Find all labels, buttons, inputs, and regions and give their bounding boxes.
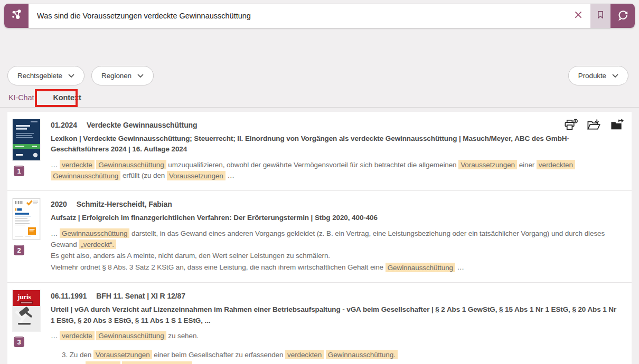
snippet-text: … [51,161,60,169]
result-left-column: juris 3 [13,290,40,364]
tab-bar: KI-Chat Kontext [8,93,81,105]
result-content: 06.11.1991BFH 11. Senat | XI R 12/87 Urt… [51,290,622,364]
results-list: 1 01.2024Verdeckte Gewinnausschüttung Le… [7,112,632,364]
chevron-down-icon [137,72,144,80]
result-number-badge: 3 [14,337,24,347]
filter-group-left: Rechtsgebiete Regionen [7,66,154,85]
snippet-text: 4. Eine [62,362,86,364]
highlighted-term: Gewinnausschüttung [51,171,120,180]
result-content: 01.2024Verdeckte Gewinnausschüttung Lexi… [51,119,622,181]
result-title[interactable]: BFH 11. Senat | XI R 12/87 [96,292,185,300]
snippet-text: einer beim Gesellschafter zu erfassenden [152,351,285,359]
chat-refresh-button[interactable] [610,4,635,28]
snippet-text: … [192,362,201,364]
result-number-badge: 2 [14,245,24,255]
snippet-text: umzuqualifizieren, obwohl der gewährte V… [166,161,459,169]
svg-text:juris: juris [17,293,31,301]
filter-label: Rechtsgebiete [17,72,62,80]
clear-search-button[interactable] [566,4,590,28]
result-date: 01.2024 [51,121,77,129]
filter-rechtsgebiete[interactable]: Rechtsgebiete [7,66,84,85]
tabs-divider [0,107,639,108]
result-thumbnail[interactable] [13,119,40,160]
result-subtitle: Lexikon | Verdeckte Gewinnausschüttung; … [51,133,622,155]
highlighted-term: Gewinnausschüttung [386,263,455,272]
snippet-line: … Gewinnausschüttung darstellt, in das G… [51,228,622,251]
filter-label: Produkte [578,72,606,80]
result-actions [563,119,624,131]
result-header: 06.11.1991BFH 11. Senat | XI R 12/87 [51,292,622,300]
snippet-line: 3. Zu den Voraussetzungen einer beim Ges… [51,350,622,361]
highlighted-term: Gewinnausschüttung [122,361,192,364]
result-item[interactable]: juris 3 06.11.1991BFH 11. Senat | XI R 1… [7,282,632,364]
result-date: 2020 [51,200,67,208]
result-snippet: … verdeckte Gewinnausschüttung umzuquali… [51,160,622,182]
result-thumbnail[interactable] [13,198,40,240]
close-icon [572,9,584,23]
snippet-text: Es geht also, anders als A meinte, nicht… [51,252,330,260]
search-bar [4,4,635,28]
highlighted-term: Voraussetzungen [458,160,517,169]
result-snippet: … verdeckte Gewinnausschüttung zu sehen.… [51,331,622,364]
result-left-column: 1 [13,119,40,181]
highlighted-term: Voraussetzungen [93,350,152,359]
tab-kontext[interactable]: Kontext [53,93,81,105]
highlighted-term: verdeckten [537,160,575,169]
snippet-text: einer [517,161,537,169]
highlighted-term: Gewinnausschüttung [96,160,166,169]
highlighted-term: verdeckte [60,331,95,340]
tab-ki-chat[interactable]: KI-Chat [8,93,34,105]
highlighted-term: verdeckte [86,361,120,364]
result-title[interactable]: Verdeckte Gewinnausschüttung [87,121,198,129]
result-item[interactable]: 2 2020Schmitz-Herscheidt, Fabian Aufsatz… [7,190,632,282]
print-add-icon[interactable] [563,119,578,131]
search-input[interactable] [29,4,566,28]
filter-produkte[interactable]: Produkte [568,66,628,85]
snippet-text: darstellt, in das Gewand eines anderen V… [51,229,605,248]
highlighted-term: Gewinnausschüttung [60,228,129,238]
network-icon [10,8,23,24]
snippet-text: … [455,263,464,271]
snippet-line: 4. Eine verdeckte Gewinnausschüttung … [51,361,622,364]
results-panel: 1 01.2024Verdeckte Gewinnausschüttung Le… [7,112,632,364]
folder-download-icon[interactable] [587,119,601,131]
chevron-down-icon [68,72,74,80]
result-subtitle: Urteil | vGA durch Verzicht auf Lizenzei… [51,304,622,326]
folder-export-icon[interactable] [610,119,624,131]
snippet-text: erfüllt (zu den [120,171,167,179]
page: Rechtsgebiete Regionen Produkte KI-Chat … [0,0,639,364]
snippet-text: 3. Zu den [62,351,93,359]
result-item[interactable]: 1 01.2024Verdeckte Gewinnausschüttung Le… [7,112,632,190]
snippet-text: … [225,171,234,179]
result-snippet: … Gewinnausschüttung darstellt, in das G… [51,228,622,274]
snippet-text: … [51,229,60,237]
assistant-button[interactable] [4,4,29,28]
filter-regionen[interactable]: Regionen [91,66,154,85]
result-header: 01.2024Verdeckte Gewinnausschüttung [51,121,622,129]
highlighted-term: Gewinnausschüttung. [326,350,398,359]
result-number-badge: 1 [14,166,24,176]
result-content: 2020Schmitz-Herscheidt, Fabian Aufsatz |… [51,198,622,273]
filter-label: Regionen [101,72,131,80]
highlighted-term: „verdeckt“. [79,240,116,249]
result-header: 2020Schmitz-Herscheidt, Fabian [51,200,622,208]
bookmark-icon [595,9,606,22]
bookmark-button[interactable] [590,4,610,28]
result-title[interactable]: Schmitz-Herscheidt, Fabian [77,200,172,208]
highlighted-term: Gewinnausschüttung [96,331,166,340]
snippet-text: Vielmehr ordnet § 8 Abs. 3 Satz 2 KStG a… [51,263,386,271]
filter-group-right: Produkte [568,66,628,85]
snippet-text: zu sehen. [166,332,199,340]
result-left-column: 2 [13,198,40,273]
snippet-line: … verdeckte Gewinnausschüttung zu sehen. [51,331,622,342]
highlighted-term: Voraussetzungen [167,171,225,180]
highlighted-term: verdeckte [60,160,95,169]
result-thumbnail[interactable]: juris [13,290,40,331]
result-subtitle: Aufsatz | Erfolgreich im finanzgerichtli… [51,213,622,223]
result-date: 06.11.1991 [51,292,87,300]
snippet-line: Es geht also, anders als A meinte, nicht… [51,251,622,262]
snippet-text: … [51,332,60,340]
snippet-line: Vielmehr ordnet § 8 Abs. 3 Satz 2 KStG a… [51,262,622,273]
snippet-line: … verdeckte Gewinnausschüttung umzuquali… [51,160,622,182]
chevron-down-icon [612,72,618,80]
